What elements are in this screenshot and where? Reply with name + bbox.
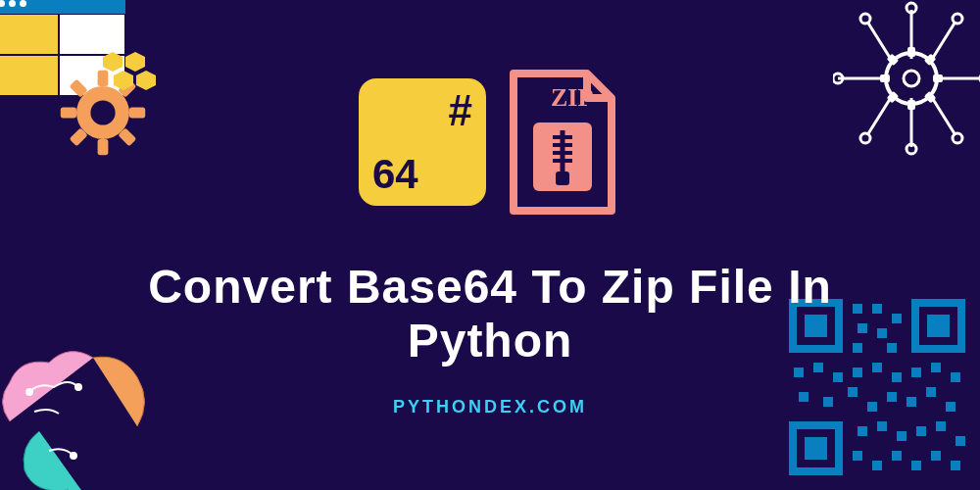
svg-rect-63 bbox=[853, 368, 862, 377]
svg-rect-78 bbox=[877, 421, 887, 431]
svg-rect-3 bbox=[98, 139, 109, 155]
decoration-top-right bbox=[833, 0, 980, 157]
svg-point-27 bbox=[860, 133, 870, 143]
svg-point-42 bbox=[71, 453, 76, 459]
page-title: Convert Base64 To Zip File In Python bbox=[0, 260, 980, 368]
svg-point-25 bbox=[953, 133, 962, 143]
svg-rect-81 bbox=[936, 421, 946, 431]
svg-rect-52 bbox=[805, 437, 827, 460]
title-line-1: Convert Base64 To Zip File In bbox=[0, 260, 980, 314]
svg-rect-60 bbox=[794, 368, 804, 377]
svg-rect-35 bbox=[933, 74, 943, 82]
svg-rect-83 bbox=[853, 451, 862, 461]
svg-point-23 bbox=[860, 14, 870, 24]
svg-point-31 bbox=[904, 71, 919, 86]
svg-rect-5 bbox=[129, 108, 145, 119]
base64-number: 64 bbox=[372, 151, 418, 198]
svg-rect-4 bbox=[61, 108, 76, 119]
gear-icon bbox=[880, 47, 943, 110]
svg-line-16 bbox=[931, 22, 956, 61]
title-line-2: Python bbox=[0, 314, 980, 368]
svg-rect-62 bbox=[833, 372, 843, 382]
svg-rect-77 bbox=[858, 426, 867, 436]
svg-rect-66 bbox=[911, 368, 921, 377]
svg-rect-86 bbox=[911, 461, 921, 470]
svg-point-17 bbox=[953, 14, 962, 24]
svg-marker-11 bbox=[125, 52, 145, 72]
hash-symbol: # bbox=[449, 86, 472, 135]
svg-rect-85 bbox=[892, 451, 902, 461]
zip-file-icon: ZIP bbox=[504, 69, 621, 216]
svg-rect-65 bbox=[892, 372, 902, 382]
svg-rect-33 bbox=[907, 100, 915, 110]
browser-titlebar bbox=[0, 0, 125, 14]
decoration-top-left bbox=[0, 0, 167, 157]
svg-point-29 bbox=[906, 144, 916, 154]
site-url: PYTHONDEX.COM bbox=[0, 397, 980, 417]
svg-line-24 bbox=[931, 96, 956, 135]
svg-line-22 bbox=[867, 22, 892, 61]
svg-rect-79 bbox=[897, 431, 906, 441]
svg-rect-75 bbox=[926, 387, 936, 397]
svg-marker-10 bbox=[103, 52, 122, 72]
svg-rect-84 bbox=[872, 461, 882, 470]
svg-point-40 bbox=[26, 389, 32, 395]
base64-icon: # 64 bbox=[359, 78, 486, 206]
svg-rect-68 bbox=[951, 372, 960, 382]
circuit-icon bbox=[833, 0, 980, 157]
svg-rect-88 bbox=[951, 461, 960, 470]
svg-rect-71 bbox=[848, 387, 858, 397]
svg-rect-82 bbox=[956, 436, 965, 446]
zip-label: ZIP bbox=[551, 83, 593, 112]
svg-point-15 bbox=[906, 3, 916, 13]
svg-point-41 bbox=[75, 384, 81, 390]
svg-line-26 bbox=[867, 96, 892, 135]
svg-rect-80 bbox=[916, 426, 926, 436]
svg-rect-32 bbox=[907, 47, 915, 57]
hexagon-cluster-icon bbox=[98, 49, 157, 108]
svg-marker-13 bbox=[136, 71, 156, 90]
hero-icons: # 64 ZIP bbox=[359, 69, 621, 216]
svg-rect-87 bbox=[931, 451, 941, 461]
svg-rect-34 bbox=[880, 74, 890, 82]
svg-rect-95 bbox=[556, 172, 569, 185]
svg-marker-12 bbox=[114, 71, 133, 90]
